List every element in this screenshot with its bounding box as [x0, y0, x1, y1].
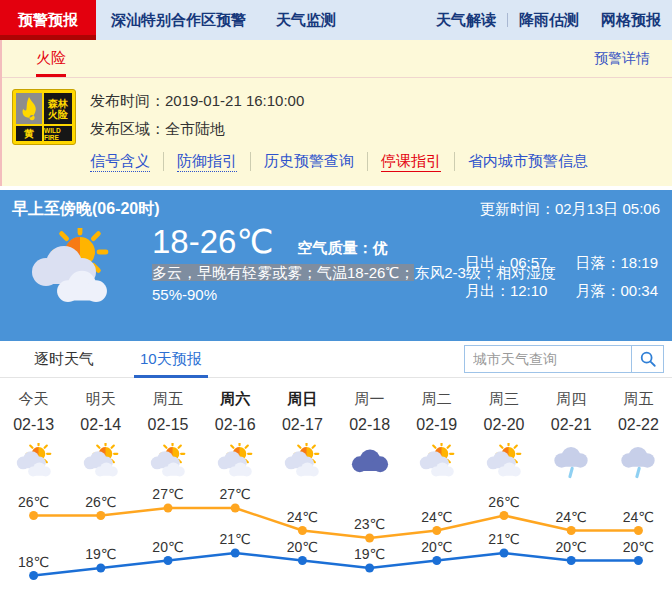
forecast-day-label: 周日 — [269, 386, 336, 412]
svg-text:20℃: 20℃ — [287, 539, 318, 555]
warning-detail-link[interactable]: 预警详情 — [594, 50, 650, 68]
svg-text:24℃: 24℃ — [287, 509, 318, 525]
svg-text:18℃: 18℃ — [18, 554, 49, 570]
weather-icon-partly-cloudy — [212, 443, 258, 481]
warning-info: 发布时间：2019-01-21 16:10:00 发布区域：全市陆地 信号含义防… — [90, 89, 614, 171]
warning-panel: 火险 预警详情 森林火险 黄 WILD FIRE 发布时间：2019-01-21… — [0, 40, 672, 186]
forecast-date-label: 02-14 — [67, 412, 134, 438]
svg-text:23℃: 23℃ — [354, 516, 385, 532]
link-grid-forecast[interactable]: 网格预报 — [590, 0, 672, 40]
current-weather-icon — [12, 224, 124, 316]
sunrise-time: 日出：06:57 — [465, 254, 548, 273]
weather-icon-partly-cloudy — [20, 228, 120, 312]
weather-icon-partly-cloudy — [78, 443, 124, 481]
warning-link-0[interactable]: 信号含义 — [90, 152, 164, 171]
weather-icon-partly-cloudy — [414, 443, 460, 481]
moonrise-time: 月出：12:10 — [465, 282, 548, 301]
forecast-icon-cell — [403, 438, 470, 486]
weather-icon-partly-cloudy — [279, 443, 325, 481]
warning-link-4[interactable]: 省内城市预警信息 — [468, 152, 601, 171]
publish-area: 发布区域：全市陆地 — [90, 120, 614, 139]
current-weather-panel: 早上至傍晚(06-20时) 更新时间：02月13日 05:06 18-26℃ 空… — [0, 190, 672, 341]
svg-text:19℃: 19℃ — [85, 546, 116, 562]
forecast-icon-row — [0, 438, 672, 486]
forecast-icon-cell — [538, 438, 605, 486]
forecast-date-label: 02-22 — [605, 412, 672, 438]
weather-icon-partly-cloudy — [11, 443, 57, 481]
city-search-input[interactable] — [464, 345, 632, 373]
link-weather-interpretation[interactable]: 天气解读 — [425, 0, 507, 40]
city-search — [464, 345, 664, 373]
warning-link-2[interactable]: 历史预警查询 — [264, 152, 368, 171]
search-icon — [639, 350, 657, 368]
flame-icon — [16, 93, 42, 124]
weather-icon-rain — [615, 443, 661, 481]
forecast-icon-cell — [202, 438, 269, 486]
warning-link-1[interactable]: 防御指引 — [177, 152, 251, 171]
temperature-range: 18-26℃ — [152, 224, 273, 260]
ten-day-forecast: 今天明天周五周六周日周一周二周三周四周五 02-1302-1402-1502-1… — [0, 378, 672, 595]
forecast-tab-bar: 逐时天气 10天预报 — [0, 341, 672, 378]
forecast-date-label: 02-18 — [336, 412, 403, 438]
warning-icon-english: WILD FIRE — [44, 126, 72, 141]
svg-text:21℃: 21℃ — [220, 531, 251, 547]
svg-text:26℃: 26℃ — [85, 494, 116, 510]
warning-link-3[interactable]: 停课指引 — [381, 152, 455, 171]
sun-moon-times: 日出：06:57 日落：18:19 月出：12:10 月落：00:34 — [465, 254, 658, 301]
top-navigation: 预警预报 深汕特别合作区预警 天气监测 天气解读 降雨估测 网格预报 — [0, 0, 672, 40]
forecast-day-label: 周五 — [134, 386, 201, 412]
forecast-icon-cell — [470, 438, 537, 486]
svg-text:27℃: 27℃ — [152, 486, 183, 502]
forest-fire-warning-icon: 森林火险 黄 WILD FIRE — [12, 89, 76, 145]
weather-description-highlight: 多云，早晚有轻雾或雾；气温18-26℃； — [152, 264, 414, 281]
forecast-icon-cell — [336, 438, 403, 486]
tab-ten-day-forecast[interactable]: 10天预报 — [140, 341, 202, 377]
publish-time: 发布时间：2019-01-21 16:10:00 — [90, 92, 614, 111]
forecast-date-label: 02-19 — [403, 412, 470, 438]
svg-text:19℃: 19℃ — [354, 546, 385, 562]
forecast-day-label: 周五 — [605, 386, 672, 412]
forecast-day-label: 周一 — [336, 386, 403, 412]
warning-links: 信号含义防御指引历史预警查询停课指引省内城市预警信息 — [90, 152, 614, 171]
air-quality: 空气质量：优 — [297, 239, 387, 258]
tab-shenshan-zone-warning[interactable]: 深汕特别合作区预警 — [96, 0, 261, 40]
tab-fire-risk[interactable]: 火险 — [36, 40, 66, 77]
search-button[interactable] — [632, 345, 664, 373]
warning-body: 森林火险 黄 WILD FIRE 发布时间：2019-01-21 16:10:0… — [2, 78, 672, 171]
forecast-icon-cell — [134, 438, 201, 486]
svg-text:26℃: 26℃ — [18, 494, 49, 510]
tab-hourly-weather[interactable]: 逐时天气 — [34, 341, 94, 377]
tab-weather-monitor[interactable]: 天气监测 — [261, 0, 351, 40]
forecast-date-label: 02-13 — [0, 412, 67, 438]
forecast-day-label: 周六 — [202, 386, 269, 412]
svg-text:20℃: 20℃ — [152, 539, 183, 555]
tab-warning-forecast[interactable]: 预警预报 — [0, 0, 96, 40]
warning-icon-level: 黄 — [16, 126, 42, 141]
topnav-spacer — [351, 0, 425, 40]
forecast-day-label: 周二 — [403, 386, 470, 412]
forecast-period-title: 早上至傍晚(06-20时) — [12, 199, 160, 220]
link-rain-estimate[interactable]: 降雨估测 — [508, 0, 590, 40]
temperature-trend-chart: 26℃26℃27℃27℃24℃23℃24℃26℃24℃24℃18℃19℃20℃2… — [0, 486, 672, 595]
sunset-time: 日落：18:19 — [575, 254, 658, 273]
warning-tab-bar: 火险 预警详情 — [2, 40, 672, 78]
forecast-day-label: 明天 — [67, 386, 134, 412]
svg-text:20℃: 20℃ — [623, 539, 654, 555]
weather-icon-partly-cloudy — [145, 443, 191, 481]
svg-text:20℃: 20℃ — [421, 539, 452, 555]
svg-text:24℃: 24℃ — [623, 509, 654, 525]
forecast-day-label: 周四 — [538, 386, 605, 412]
forecast-icon-cell — [0, 438, 67, 486]
svg-text:24℃: 24℃ — [556, 509, 587, 525]
forecast-date-label: 02-16 — [202, 412, 269, 438]
weather-icon-partly-cloudy — [481, 443, 527, 481]
svg-text:20℃: 20℃ — [556, 539, 587, 555]
weather-icon-cloudy — [347, 443, 393, 481]
forecast-date-label: 02-15 — [134, 412, 201, 438]
forecast-date-label: 02-17 — [269, 412, 336, 438]
forecast-day-row: 今天明天周五周六周日周一周二周三周四周五 — [0, 386, 672, 412]
warning-icon-name: 森林火险 — [44, 93, 72, 124]
weather-icon-rain — [548, 443, 594, 481]
moonset-time: 月落：00:34 — [575, 282, 658, 301]
svg-text:24℃: 24℃ — [421, 509, 452, 525]
